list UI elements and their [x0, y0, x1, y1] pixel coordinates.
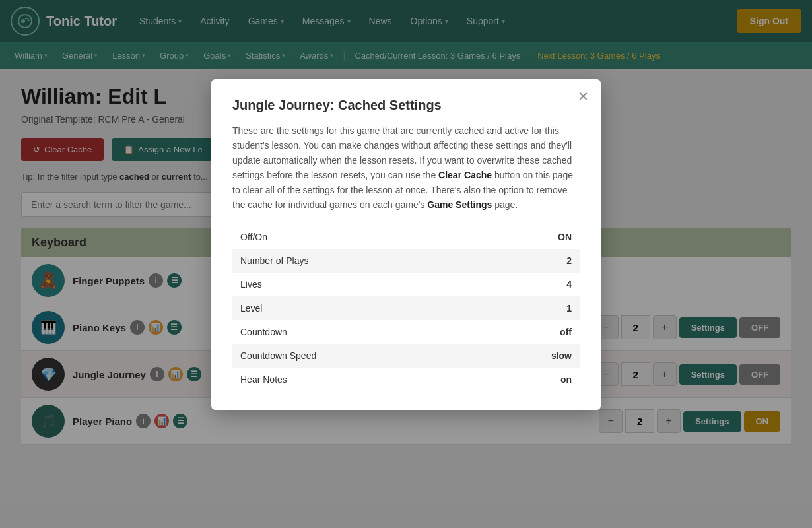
setting-value: off: [481, 320, 580, 344]
settings-row: Lives 4: [232, 273, 580, 296]
modal-title: Jungle Journey: Cached Settings: [232, 98, 580, 113]
settings-row: Level 1: [232, 296, 580, 320]
modal-dialog: ✕ Jungle Journey: Cached Settings These …: [211, 79, 601, 410]
setting-value: ON: [481, 225, 580, 249]
setting-label: Countdown Speed: [232, 344, 481, 368]
setting-value: 2: [481, 249, 580, 273]
settings-row: Off/On ON: [232, 225, 580, 249]
setting-value: 1: [481, 296, 580, 320]
setting-label: Number of Plays: [232, 249, 481, 273]
settings-row: Countdown off: [232, 320, 580, 344]
settings-row: Number of Plays 2: [232, 249, 580, 273]
modal-description: These are the settings for this game tha…: [232, 123, 580, 212]
settings-table: Off/On ON Number of Plays 2 Lives 4 Leve…: [232, 225, 580, 391]
settings-row: Countdown Speed slow: [232, 344, 580, 368]
setting-value: on: [481, 368, 580, 391]
setting-value: 4: [481, 273, 580, 296]
setting-label: Lives: [232, 273, 481, 296]
setting-label: Hear Notes: [232, 368, 481, 391]
setting-label: Level: [232, 296, 481, 320]
setting-value: slow: [481, 344, 580, 368]
close-button[interactable]: ✕: [578, 88, 589, 104]
setting-label: Countdown: [232, 320, 481, 344]
setting-label: Off/On: [232, 225, 481, 249]
modal-overlay: ✕ Jungle Journey: Cached Settings These …: [0, 0, 812, 528]
settings-row: Hear Notes on: [232, 368, 580, 391]
